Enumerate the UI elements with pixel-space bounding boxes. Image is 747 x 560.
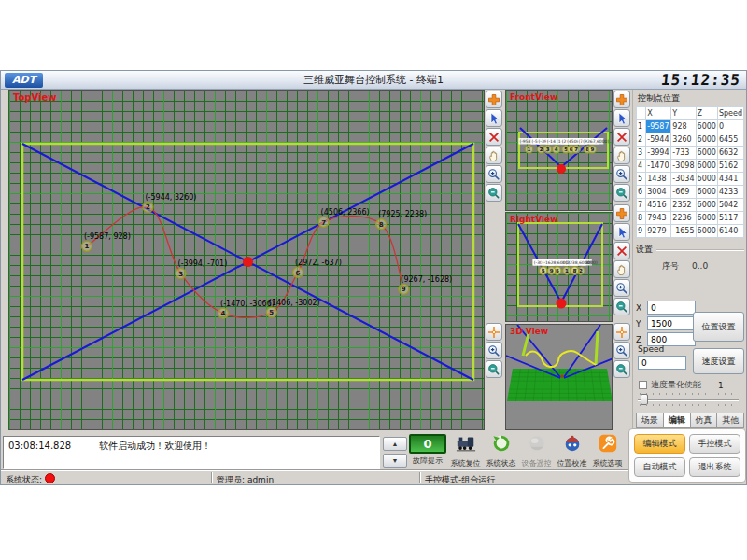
value-cell[interactable]: 6455 — [717, 133, 743, 147]
topview-delete-button[interactable] — [486, 128, 502, 146]
threed-zoom-in-button[interactable] — [613, 342, 630, 359]
auto-mode-button[interactable]: 自动模式 — [634, 457, 685, 477]
threed-crosshair-button[interactable] — [613, 323, 630, 341]
frontview-zoom-in-button[interactable] — [613, 165, 630, 183]
row-index-cell[interactable]: 4 — [637, 160, 646, 173]
table-row[interactable]: 3-3994-73360006632 — [637, 147, 744, 160]
speed-set-button[interactable]: 速度设置 — [693, 348, 744, 374]
system-options-button[interactable]: 系统选项 — [591, 433, 624, 469]
position-set-button[interactable]: 位置设置 — [693, 312, 744, 342]
top-view-canvas[interactable]: 1(-9587, 928)2(-5944, 3260)3(-3994, -701… — [9, 91, 485, 430]
row-index-cell[interactable]: 8 — [637, 212, 646, 225]
topview-pan-button[interactable] — [486, 147, 502, 164]
frontview-select-button[interactable] — [613, 109, 630, 127]
edit-mode-button[interactable]: 编辑模式 — [634, 434, 685, 454]
value-cell[interactable]: 5117 — [717, 212, 743, 225]
topview-zoom-out-button[interactable] — [486, 184, 502, 202]
value-cell[interactable]: 5042 — [717, 199, 743, 212]
value-cell[interactable]: -3034 — [671, 173, 696, 186]
value-cell[interactable]: 4233 — [717, 186, 743, 199]
value-cell[interactable]: -1470 — [646, 160, 671, 173]
speed-input[interactable] — [638, 356, 686, 370]
value-cell[interactable]: 1438 — [646, 173, 671, 186]
rightview-add-button[interactable] — [613, 204, 630, 222]
value-cell[interactable]: 6000 — [696, 147, 717, 160]
right-view-canvas[interactable]: (928,6000)(3260,6000)(-701,6000)(-3066,6… — [506, 213, 613, 322]
value-cell[interactable]: -3994 — [646, 147, 671, 160]
frontview-add-button[interactable] — [613, 91, 630, 108]
value-cell[interactable]: 9279 — [646, 225, 671, 238]
value-cell[interactable]: -733 — [671, 147, 696, 160]
topview-add-button[interactable] — [486, 91, 502, 108]
threed-left-crosshair-button[interactable] — [486, 323, 502, 341]
rightview-zoom-in-button[interactable] — [613, 279, 630, 297]
x-input[interactable] — [647, 301, 696, 315]
payload-marker[interactable] — [243, 257, 253, 267]
rightview-delete-button[interactable] — [613, 242, 630, 259]
value-cell[interactable]: 6000 — [696, 199, 717, 212]
system-status-button[interactable]: 系统状态 — [485, 433, 517, 469]
scroll-up-button[interactable]: ▲ — [383, 437, 407, 451]
tab-other[interactable]: 其他 — [717, 413, 744, 428]
row-index-cell[interactable]: 3 — [637, 147, 646, 160]
manual-mode-button[interactable]: 手控模式 — [689, 434, 740, 454]
value-cell[interactable]: 6000 — [696, 212, 717, 225]
rightview-select-button[interactable] — [613, 223, 630, 241]
system-reset-button[interactable]: 系统复位 — [449, 433, 482, 469]
value-cell[interactable]: 6140 — [717, 225, 743, 238]
y-input[interactable] — [647, 316, 696, 330]
value-cell[interactable]: 0 — [717, 120, 743, 133]
row-index-cell[interactable]: 2 — [637, 133, 646, 147]
value-cell[interactable]: 6000 — [696, 133, 717, 147]
threed-left-zoom-out-button[interactable] — [486, 360, 502, 378]
tab-scene[interactable]: 场景 — [636, 413, 664, 428]
row-index-cell[interactable]: 6 — [637, 186, 646, 199]
table-row[interactable]: 87943223660005117 — [637, 212, 744, 225]
value-cell[interactable]: 6000 — [696, 120, 717, 133]
topview-select-button[interactable] — [486, 109, 502, 127]
table-row[interactable]: 1-958792860000 — [637, 120, 744, 133]
value-cell[interactable]: 6000 — [696, 173, 717, 186]
table-row[interactable]: 99279-165560006140 — [637, 225, 744, 238]
value-cell[interactable]: 3260 — [671, 133, 696, 147]
scroll-down-button[interactable]: ▼ — [383, 454, 407, 468]
table-row[interactable]: 4-1470-309860005162 — [637, 160, 744, 173]
frontview-zoom-out-button[interactable] — [613, 184, 630, 202]
value-cell[interactable]: -5944 — [646, 133, 671, 147]
table-row[interactable]: 51438-303460004341 — [637, 173, 744, 186]
frontview-pan-button[interactable] — [613, 147, 630, 164]
table-row[interactable]: 2-5944326060006455 — [637, 133, 744, 147]
value-cell[interactable]: 4516 — [646, 199, 671, 212]
value-cell[interactable]: 2352 — [671, 199, 696, 212]
value-cell[interactable]: 2236 — [671, 212, 696, 225]
table-row[interactable]: 63004-66960004233 — [637, 186, 744, 199]
value-cell[interactable]: 7943 — [646, 212, 671, 225]
value-cell[interactable]: 6000 — [696, 160, 717, 173]
value-cell[interactable]: 6632 — [717, 147, 743, 160]
value-cell[interactable]: -669 — [671, 186, 696, 199]
rightview-zoom-out-button[interactable] — [613, 298, 630, 315]
top-view-panel[interactable]: TopView 1(-9587, 928)2(-5944, 3260)3(-39… — [8, 90, 485, 430]
three-d-view-panel[interactable]: 3D View — [505, 324, 613, 430]
value-cell[interactable]: -1655 — [671, 225, 696, 238]
control-points-table[interactable]: XYZSpeed1-9587928600002-5944326060006455… — [636, 106, 744, 238]
row-index-cell[interactable]: 7 — [637, 199, 646, 212]
topview-zoom-in-button[interactable] — [486, 165, 502, 183]
value-cell[interactable]: 6000 — [696, 186, 717, 199]
tab-sim[interactable]: 仿真 — [691, 413, 718, 428]
value-cell[interactable]: -3098 — [671, 160, 696, 173]
table-row[interactable]: 74516235260005042 — [637, 199, 744, 212]
payload-marker[interactable] — [557, 164, 566, 174]
value-cell[interactable]: 6000 — [696, 225, 717, 238]
value-cell[interactable]: 3004 — [646, 186, 671, 199]
payload-marker[interactable] — [557, 299, 567, 309]
three-d-view-canvas[interactable] — [506, 325, 613, 430]
threed-zoom-out-button[interactable] — [613, 360, 630, 378]
right-view-panel[interactable]: RightView (928,6000)(3260,6000)(-701,600… — [505, 212, 613, 322]
value-cell[interactable]: 928 — [671, 120, 696, 133]
threed-left-zoom-in-button[interactable] — [486, 342, 502, 359]
rightview-pan-button[interactable] — [613, 260, 630, 278]
value-cell[interactable]: -9587 — [646, 120, 671, 133]
front-view-panel[interactable]: FrontView (-9587,6000)(-5944,6000)(-3994… — [505, 90, 613, 211]
exit-system-button[interactable]: 退出系统 — [689, 457, 740, 477]
